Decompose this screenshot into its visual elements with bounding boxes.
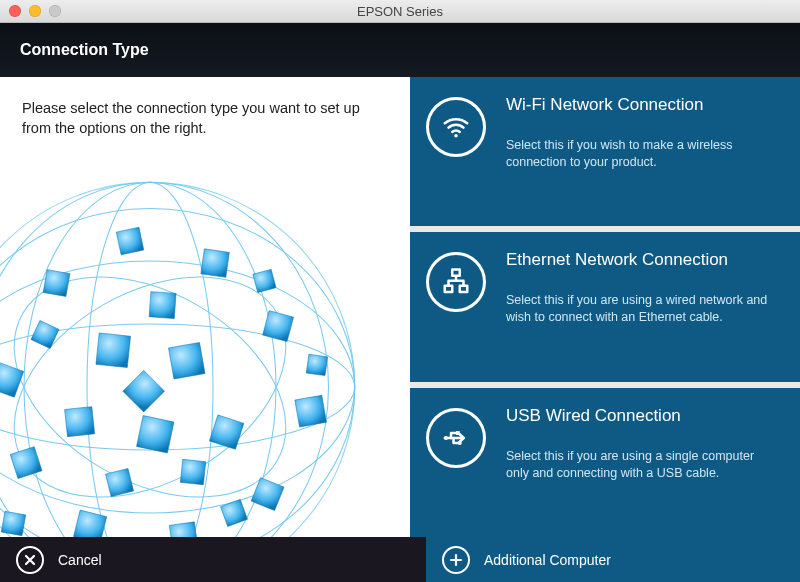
instruction-text: Please select the connection type you wa… [0,77,410,138]
window-controls [0,5,61,17]
cancel-button[interactable]: Cancel [0,537,426,582]
svg-rect-12 [201,249,229,277]
close-window-button[interactable] [9,5,21,17]
svg-point-6 [0,182,329,537]
zoom-window-button [49,5,61,17]
svg-rect-16 [169,522,197,537]
window-titlebar: EPSON Series [0,0,800,23]
svg-rect-9 [0,362,24,397]
svg-point-1 [0,324,355,450]
svg-point-38 [444,436,448,440]
svg-rect-36 [445,286,453,292]
svg-rect-20 [169,343,205,379]
svg-rect-30 [306,354,327,375]
window-title: EPSON Series [0,4,800,19]
svg-rect-27 [1,511,25,535]
svg-rect-14 [295,395,327,427]
app-root: Connection Type Please select the connec… [0,23,800,582]
svg-rect-35 [452,270,460,276]
svg-point-2 [0,261,355,513]
option-wifi[interactable]: Wi-Fi Network Connection Select this if … [410,77,800,226]
additional-computer-button[interactable]: Additional Computer [426,537,800,582]
option-usb-title: USB Wired Connection [506,406,780,426]
svg-rect-13 [263,311,294,342]
option-ethernet[interactable]: Ethernet Network Connection Select this … [410,232,800,381]
svg-point-5 [24,182,276,537]
plus-icon [442,546,470,574]
svg-rect-33 [123,370,165,412]
option-usb[interactable]: USB Wired Connection Select this if you … [410,388,800,537]
footer: Cancel Additional Computer [0,537,800,582]
ethernet-icon [426,252,486,312]
option-ethernet-title: Ethernet Network Connection [506,250,780,270]
connection-options: Wi-Fi Network Connection Select this if … [410,77,800,537]
usb-icon [426,408,486,468]
svg-rect-21 [137,416,174,453]
svg-rect-18 [10,447,42,479]
svg-point-40 [458,441,462,445]
svg-rect-24 [149,292,176,319]
svg-rect-39 [456,431,460,435]
body: Please select the connection type you wa… [0,77,800,537]
svg-rect-11 [116,227,143,254]
network-globe-illustration [0,177,360,537]
svg-rect-19 [96,333,131,368]
page-header: Connection Type [0,23,800,77]
option-wifi-desc: Select this if you wish to make a wirele… [506,137,780,171]
instruction-pane: Please select the connection type you wa… [0,77,410,537]
minimize-window-button[interactable] [29,5,41,17]
svg-rect-10 [43,270,70,297]
option-wifi-title: Wi-Fi Network Connection [506,95,780,115]
svg-rect-28 [221,500,248,527]
additional-computer-label: Additional Computer [484,552,611,568]
close-icon [16,546,44,574]
cancel-label: Cancel [58,552,102,568]
wifi-icon [426,97,486,157]
option-usb-desc: Select this if you are using a single co… [506,448,780,482]
option-ethernet-desc: Select this if you are using a wired net… [506,292,780,326]
page-title: Connection Type [20,41,149,59]
svg-rect-25 [31,321,59,349]
svg-rect-37 [460,286,468,292]
svg-rect-22 [65,407,95,437]
svg-rect-17 [74,510,107,537]
svg-point-34 [454,134,458,138]
svg-rect-26 [253,269,276,292]
svg-rect-32 [180,459,205,484]
